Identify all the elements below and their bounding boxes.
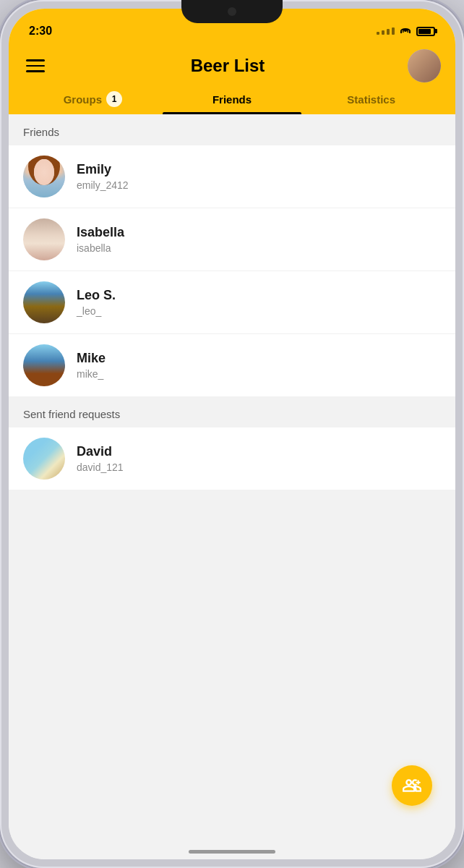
- add-user-icon: [403, 776, 421, 795]
- home-bar: [189, 850, 275, 854]
- menu-button[interactable]: [23, 56, 48, 75]
- requests-list: David david_121: [9, 427, 455, 490]
- tab-statistics[interactable]: Statistics: [301, 82, 441, 114]
- tab-groups-label: Groups: [64, 93, 102, 106]
- list-item[interactable]: David david_121: [9, 427, 455, 490]
- status-icons: [377, 26, 435, 36]
- avatar-isabella: [23, 218, 65, 260]
- friends-list: Emily emily_2412 Isabella isabella: [9, 145, 455, 396]
- friend-info-leo: Leo S. _leo_: [77, 288, 441, 317]
- app-title: Beer List: [191, 56, 265, 76]
- status-time: 2:30: [29, 25, 52, 38]
- list-item[interactable]: Leo S. _leo_: [9, 271, 455, 334]
- tab-friends[interactable]: Friends: [163, 82, 302, 114]
- add-friend-button[interactable]: [392, 765, 432, 806]
- signal-icon: [377, 27, 395, 35]
- avatar-leo: [23, 281, 65, 323]
- content-area: Friends Emily emily_2412 Isabella i: [9, 114, 455, 835]
- tab-friends-label: Friends: [212, 93, 252, 106]
- friend-info-david: David david_121: [77, 444, 441, 473]
- wifi-icon: [399, 26, 412, 36]
- groups-badge: 1: [106, 91, 122, 107]
- list-item[interactable]: Mike mike_: [9, 334, 455, 396]
- avatar-mike: [23, 344, 65, 386]
- tab-bar: Groups 1 Friends Statistics: [9, 82, 455, 114]
- friends-section-header: Friends: [9, 114, 455, 145]
- friend-info-isabella: Isabella isabella: [77, 225, 441, 254]
- friend-username: _leo_: [77, 305, 441, 317]
- tab-groups[interactable]: Groups 1: [23, 82, 163, 114]
- friend-name: Isabella: [77, 225, 441, 240]
- list-item[interactable]: Isabella isabella: [9, 208, 455, 271]
- friend-info-mike: Mike mike_: [77, 351, 441, 380]
- friend-name: Mike: [77, 351, 441, 366]
- requests-section-header: Sent friend requests: [9, 396, 455, 427]
- friend-username: isabella: [77, 242, 441, 254]
- friend-info-emily: Emily emily_2412: [77, 162, 441, 191]
- notch: [181, 0, 283, 23]
- avatar-emily: [23, 156, 65, 197]
- home-indicator: [9, 835, 455, 859]
- list-item[interactable]: Emily emily_2412: [9, 145, 455, 208]
- battery-icon: [416, 27, 435, 36]
- friend-name: Leo S.: [77, 288, 441, 303]
- friend-name: Emily: [77, 162, 441, 177]
- avatar-david: [23, 438, 65, 480]
- header: Beer List: [9, 43, 455, 82]
- friend-name: David: [77, 444, 441, 459]
- tab-statistics-label: Statistics: [347, 93, 395, 106]
- friend-username: david_121: [77, 461, 441, 473]
- friend-username: emily_2412: [77, 179, 441, 191]
- user-avatar[interactable]: [408, 49, 441, 82]
- friend-username: mike_: [77, 368, 441, 380]
